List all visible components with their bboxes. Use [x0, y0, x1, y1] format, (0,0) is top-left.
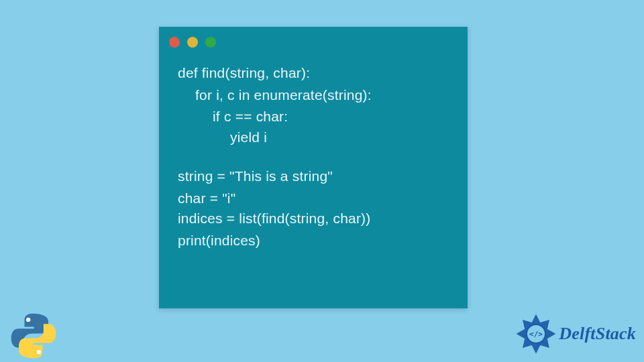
code-line: string = "This is a string" — [178, 166, 453, 188]
svg-point-1 — [37, 350, 41, 354]
code-line: print(indices) — [178, 230, 453, 252]
code-line: indices = list(find(string, char)) — [178, 208, 453, 230]
svg-point-0 — [26, 318, 30, 322]
code-panel: def find(string, char): for i, c in enum… — [159, 27, 468, 308]
delftstack-star-icon: </> — [516, 314, 556, 354]
blank-line — [178, 148, 453, 166]
code-line: if c == char: — [178, 106, 453, 128]
code-line: for i, c in enumerate(string): — [178, 84, 453, 107]
code-block: def find(string, char): for i, c in enum… — [159, 50, 468, 265]
code-line: yield i — [178, 127, 453, 149]
code-line: char = "i" — [178, 188, 453, 210]
delftstack-label: DelftStack — [559, 324, 636, 344]
minimize-icon — [187, 37, 198, 48]
svg-text:</>: </> — [529, 330, 543, 339]
delftstack-logo: </> DelftStack — [516, 314, 636, 354]
maximize-icon — [205, 37, 216, 48]
code-line: def find(string, char): — [178, 62, 453, 84]
python-logo-icon — [7, 310, 60, 362]
close-icon — [169, 37, 180, 48]
window-controls — [159, 27, 468, 50]
